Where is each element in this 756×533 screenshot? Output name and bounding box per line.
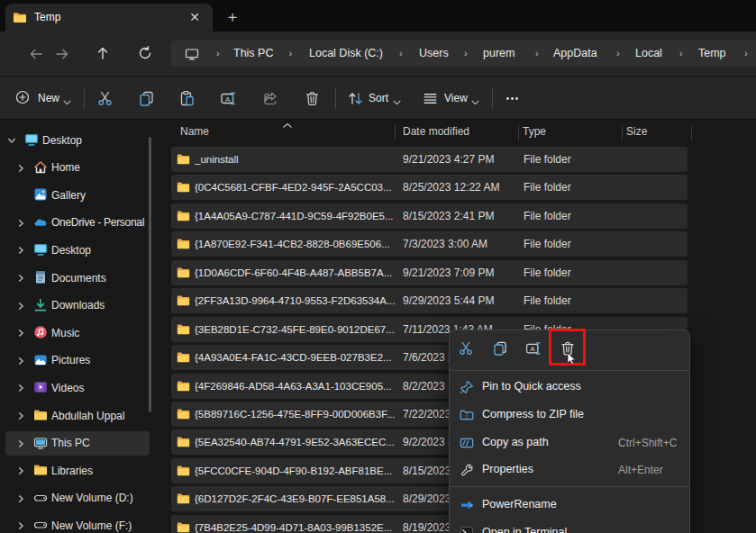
svg-text:A: A bbox=[530, 345, 535, 353]
svg-text:A: A bbox=[225, 95, 231, 104]
